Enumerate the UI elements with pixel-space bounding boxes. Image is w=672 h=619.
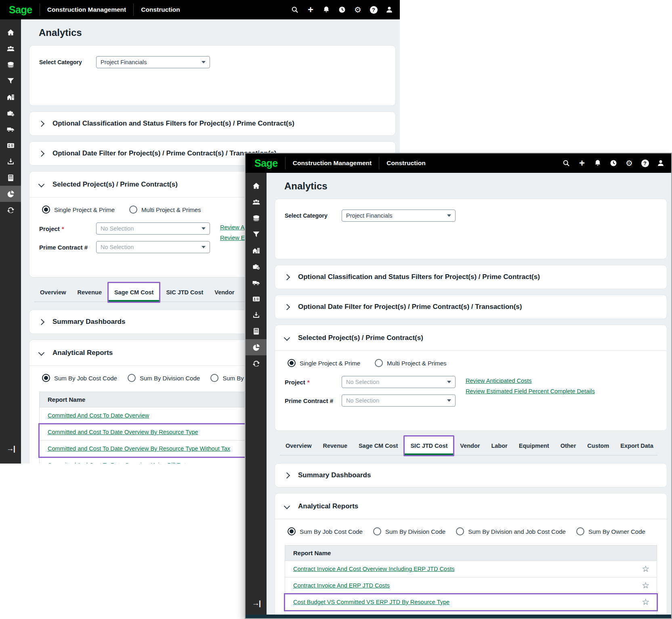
sidebar-item-jobs[interactable] <box>0 105 21 121</box>
recent-icon[interactable] <box>337 5 347 15</box>
selected-projects-header[interactable]: Selected Project(s) / Prime Contract(s) <box>275 325 667 351</box>
single-project-radio[interactable]: Single Project & Prime <box>288 359 360 367</box>
sidebar-item-analytics[interactable] <box>0 186 21 202</box>
tab-export-data[interactable]: Export Data <box>615 436 659 455</box>
help-icon[interactable]: ? <box>369 5 378 15</box>
report-link[interactable]: Committed And Cost To Date Overview <box>48 412 149 419</box>
sidebar-item-contacts[interactable] <box>246 291 267 307</box>
single-project-radio[interactable]: Single Project & Prime <box>42 206 115 214</box>
favorite-star-icon[interactable]: ☆ <box>642 598 649 606</box>
sidebar-item-jobs[interactable] <box>246 258 267 275</box>
settings-icon[interactable]: ⚙ <box>624 158 634 168</box>
report-link[interactable]: Committed And Cost To Date Overview Usin… <box>48 462 192 464</box>
sidebar-item-sync[interactable] <box>0 202 21 218</box>
category-select[interactable]: Project Financials <box>342 210 456 222</box>
review-anticipated-costs-link[interactable]: Review Anticipated Costs <box>466 378 595 384</box>
tab-overview[interactable]: Overview <box>34 283 72 302</box>
help-icon[interactable]: ? <box>640 158 650 168</box>
favorite-star-icon[interactable]: ☆ <box>642 581 649 590</box>
recent-icon[interactable] <box>609 158 618 168</box>
sum-by-job-cost-code-radio[interactable]: Sum By Job Cost Code <box>288 527 363 535</box>
tab-sage-cm-cost[interactable]: Sage CM Cost <box>353 436 404 455</box>
sidebar-item-reports[interactable] <box>0 170 21 186</box>
sidebar-item-company[interactable] <box>0 89 21 105</box>
prime-contract-select[interactable]: No Selection <box>96 241 210 253</box>
search-icon[interactable] <box>290 5 300 15</box>
expand-sidebar-icon[interactable]: →| <box>252 599 260 608</box>
project-select[interactable]: No Selection <box>96 222 210 235</box>
sidebar-item-equipment[interactable] <box>246 275 267 291</box>
sum-by-owner-code-radio[interactable]: Sum By Owner Code <box>576 527 645 535</box>
module-name[interactable]: Construction <box>386 159 425 167</box>
sage-logo[interactable]: Sage <box>254 157 278 169</box>
report-link[interactable]: Committed and Cost To Date Overview By R… <box>48 429 198 435</box>
account-icon[interactable] <box>656 158 666 168</box>
tab-custom[interactable]: Custom <box>582 436 615 455</box>
sidebar-item-people[interactable] <box>246 194 267 210</box>
tab-revenue[interactable]: Revenue <box>72 283 107 302</box>
sidebar-item-financials[interactable] <box>246 210 267 226</box>
tab-equipment[interactable]: Equipment <box>513 436 555 455</box>
multi-project-radio[interactable]: Multi Project & Primes <box>375 359 447 367</box>
summary-dashboards-section[interactable]: Summary Dashboards <box>275 463 667 487</box>
notifications-icon[interactable] <box>321 5 331 15</box>
sum-by-division-code-radio[interactable]: Sum By Division Code <box>128 374 200 382</box>
sidebar-item-company[interactable] <box>246 242 267 258</box>
radio-icon <box>129 206 137 214</box>
app-name[interactable]: Construction Management <box>47 6 126 13</box>
tab-vendor[interactable]: Vendor <box>454 436 485 455</box>
sum-by-division-code-radio[interactable]: Sum By Division Code <box>373 527 445 535</box>
tab-sage-cm-cost[interactable]: Sage CM Cost <box>109 283 160 302</box>
search-icon[interactable] <box>561 158 571 168</box>
classification-filters-section[interactable]: Optional Classification and Status Filte… <box>29 111 396 136</box>
report-link[interactable]: Cost Budget VS Committed VS ERP JTD By R… <box>293 599 449 605</box>
main-content: Analytics Select Category Project Financ… <box>267 173 671 618</box>
app-name[interactable]: Construction Management <box>293 159 372 167</box>
sidebar-item-filter[interactable] <box>246 226 267 242</box>
tab-vendor[interactable]: Vendor <box>209 283 240 302</box>
sidebar-item-reports[interactable] <box>246 323 267 339</box>
tab-sic-jtd-cost[interactable]: SIC JTD Cost <box>405 436 453 455</box>
sidebar-item-home[interactable] <box>246 178 267 194</box>
report-link[interactable]: Contract Invoice And Cost Overview Inclu… <box>293 566 454 572</box>
sidebar-item-analytics[interactable] <box>246 339 267 355</box>
tab-revenue[interactable]: Revenue <box>317 436 353 455</box>
sidebar-item-imports[interactable] <box>246 307 267 323</box>
category-select[interactable]: Project Financials <box>96 56 210 68</box>
classification-filters-section[interactable]: Optional Classification and Status Filte… <box>275 265 667 289</box>
sage-logo[interactable]: Sage <box>9 4 32 16</box>
favorite-star-icon[interactable]: ☆ <box>642 565 649 573</box>
reports-icon <box>6 174 15 182</box>
analytical-reports-header[interactable]: Analytical Reports <box>275 493 667 519</box>
date-filter-section[interactable]: Optional Date Filter for Project(s) / Pr… <box>275 295 667 319</box>
tab-overview[interactable]: Overview <box>280 436 317 455</box>
multi-project-radio[interactable]: Multi Project & Primes <box>129 206 201 214</box>
category-tabs: Overview Revenue Sage CM Cost SIC JTD Co… <box>280 436 657 455</box>
sidebar-item-people[interactable] <box>0 40 21 57</box>
sum-by-job-cost-code-radio[interactable]: Sum By Job Cost Code <box>42 374 117 382</box>
project-select[interactable]: No Selection <box>342 376 456 388</box>
tab-labor[interactable]: Labor <box>485 436 513 455</box>
prime-contract-select[interactable]: No Selection <box>342 394 456 407</box>
tab-sic-jtd-cost[interactable]: SIC JTD Cost <box>160 283 209 302</box>
add-icon[interactable]: + <box>306 5 315 15</box>
sidebar-item-home[interactable] <box>0 24 21 40</box>
expand-sidebar-icon[interactable]: →| <box>6 444 15 453</box>
tab-other[interactable]: Other <box>555 436 582 455</box>
review-estimated-details-link[interactable]: Review Estimated Field Percent Complete … <box>466 388 595 394</box>
report-link[interactable]: Committed and Cost To Date Overview By R… <box>48 445 230 452</box>
module-name[interactable]: Construction <box>141 6 180 13</box>
sidebar-item-contacts[interactable] <box>0 137 21 153</box>
account-icon[interactable] <box>384 5 394 15</box>
sidebar-item-filter[interactable] <box>0 73 21 89</box>
sidebar-item-financials[interactable] <box>0 57 21 73</box>
window-bottom-edge <box>246 615 671 618</box>
report-link[interactable]: Contract Invoice And ERP JTD Costs <box>293 582 390 589</box>
add-icon[interactable]: + <box>577 158 587 168</box>
sidebar-item-imports[interactable] <box>0 153 21 170</box>
notifications-icon[interactable] <box>593 158 603 168</box>
sidebar-item-equipment[interactable] <box>0 121 21 137</box>
settings-icon[interactable]: ⚙ <box>353 5 363 15</box>
sidebar-item-sync[interactable] <box>246 355 267 371</box>
sum-by-division-and-job-radio[interactable]: Sum By Division and Job Cost Code <box>456 527 566 535</box>
